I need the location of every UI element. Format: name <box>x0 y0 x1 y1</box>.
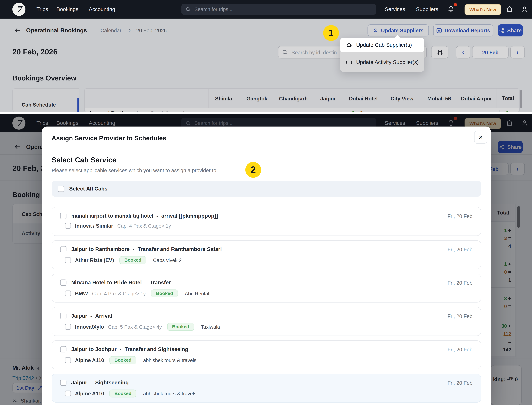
service-checkbox[interactable] <box>60 346 67 352</box>
service-title: manali airport to manali taj hotel-arriv… <box>71 213 218 219</box>
vehicle-checkbox[interactable] <box>65 257 71 263</box>
cab-service-card[interactable]: Jaipur to Ranthambore-Transfer and Ranth… <box>52 240 481 269</box>
annotation-step-2: 2 <box>245 162 261 178</box>
provider-name: abhishek tours & travels <box>143 357 196 363</box>
vehicle-name: Alpine A110 <box>75 391 104 396</box>
cab-icon <box>346 42 352 48</box>
bottom-screenshot: 7 Trips Bookings Accounting Services Sup… <box>0 114 532 405</box>
vehicle-name: Innova / Similar <box>75 223 113 229</box>
vehicle-checkbox[interactable] <box>65 290 71 296</box>
service-title: Nirvana Hotel to Pride Hotel-Transfer <box>71 279 171 286</box>
vehicle-checkbox[interactable] <box>65 223 71 229</box>
cab-service-card[interactable]: manali airport to manali taj hotel-arriv… <box>52 207 481 236</box>
service-date: Fri, 20 Feb <box>448 246 472 252</box>
nav-trips[interactable]: Trips <box>36 6 48 13</box>
service-date: Fri, 20 Feb <box>448 280 472 285</box>
trip-search-input[interactable] <box>194 6 372 13</box>
provider-name: Abc Rental <box>185 291 209 296</box>
vehicle-name: BMW <box>75 290 88 296</box>
app-logo[interactable]: 7 <box>12 3 26 16</box>
service-date: Fri, 20 Feb <box>448 213 472 219</box>
modal-title: Assign Service Provider to Schedules <box>52 135 166 142</box>
select-all-label: Select All Cabs <box>69 186 108 192</box>
booked-badge: Booked <box>167 323 194 331</box>
service-date: Fri, 20 Feb <box>448 313 472 319</box>
select-all-row[interactable]: Select All Cabs <box>52 181 481 197</box>
booked-badge: Booked <box>151 290 178 297</box>
search-icon <box>186 7 191 12</box>
cab-service-card[interactable]: Jaipur-Arrival Fri, 20 Feb Innova/Xylo C… <box>52 307 481 336</box>
cab-service-card[interactable]: Nirvana Hotel to Pride Hotel-Transfer Fr… <box>52 274 481 303</box>
service-title: Jaipur-Sightseening <box>71 379 129 386</box>
service-checkbox[interactable] <box>60 213 67 219</box>
provider-name: abhishek tours & travels <box>143 391 196 396</box>
cab-service-card[interactable]: Jaipur to Jodhpur-Transfer and Sightseei… <box>52 340 481 369</box>
service-checkbox[interactable] <box>60 246 67 252</box>
vehicle-name: Alpine A110 <box>75 357 104 363</box>
booked-badge: Booked <box>110 390 136 398</box>
provider-name: Taxiwala <box>201 324 220 330</box>
trip-search[interactable] <box>181 4 376 15</box>
vehicle-capacity: Cap: 4 Pax & C.age> 1y <box>92 291 146 296</box>
service-date: Fri, 20 Feb <box>448 346 472 352</box>
dim-overlay <box>0 19 532 112</box>
top-screenshot: 7 Trips Bookings Accounting Services Sup… <box>0 0 532 112</box>
whats-new-button[interactable]: What's New <box>465 4 501 15</box>
service-checkbox[interactable] <box>60 313 67 319</box>
modal-subtitle: Please select applicable services which … <box>52 167 481 173</box>
nav-services[interactable]: Services <box>385 6 405 13</box>
menu-item-update-cab-supplier[interactable]: Update Cab Supplier(s) <box>340 38 424 52</box>
provider-name: Cabs vivek 2 <box>153 257 182 263</box>
vehicle-checkbox[interactable] <box>65 357 71 363</box>
modal-header: Assign Service Provider to Schedules ✕ <box>42 127 491 150</box>
nav-suppliers[interactable]: Suppliers <box>416 6 438 13</box>
assign-provider-modal: Assign Service Provider to Schedules ✕ S… <box>42 127 491 405</box>
service-title: Jaipur-Arrival <box>71 313 112 319</box>
vehicle-checkbox[interactable] <box>65 324 71 330</box>
cab-service-card[interactable]: Jaipur-Sightseening Fri, 20 Feb Alpine A… <box>52 374 481 403</box>
top-navbar: 7 Trips Bookings Accounting Services Sup… <box>0 0 532 19</box>
booked-badge: Booked <box>119 256 146 264</box>
vehicle-capacity: Cap: 4 Pax & C.age> 1y <box>117 223 171 228</box>
service-checkbox[interactable] <box>60 379 67 386</box>
vehicle-checkbox[interactable] <box>65 391 71 396</box>
vehicle-name: Ather Rizta (EV) <box>75 257 114 263</box>
nav-bookings[interactable]: Bookings <box>56 6 78 13</box>
nav-accounting[interactable]: Accounting <box>89 6 115 13</box>
vehicle-name: Innova/Xylo <box>75 324 104 330</box>
composite-screenshot: 7 Trips Bookings Accounting Services Sup… <box>0 0 532 405</box>
notification-dot <box>454 3 457 6</box>
home-icon[interactable] <box>506 6 513 13</box>
vehicle-capacity: Cap: 5 Pax & C.age> 4y <box>108 324 162 330</box>
close-icon: ✕ <box>478 134 483 140</box>
annotation-step-1: 1 <box>323 25 339 41</box>
service-title: Jaipur to Ranthambore-Transfer and Ranth… <box>71 246 222 252</box>
service-checkbox[interactable] <box>60 279 67 286</box>
close-button[interactable]: ✕ <box>474 131 487 144</box>
bell-icon[interactable] <box>447 6 455 13</box>
profile-icon[interactable] <box>521 6 528 13</box>
modal-section-title: Select Cab Service <box>52 156 481 164</box>
service-title: Jaipur to Jodhpur-Transfer and Sightseei… <box>71 346 188 352</box>
booked-badge: Booked <box>110 356 136 364</box>
service-date: Fri, 20 Feb <box>448 380 472 385</box>
select-all-checkbox[interactable] <box>58 186 64 192</box>
